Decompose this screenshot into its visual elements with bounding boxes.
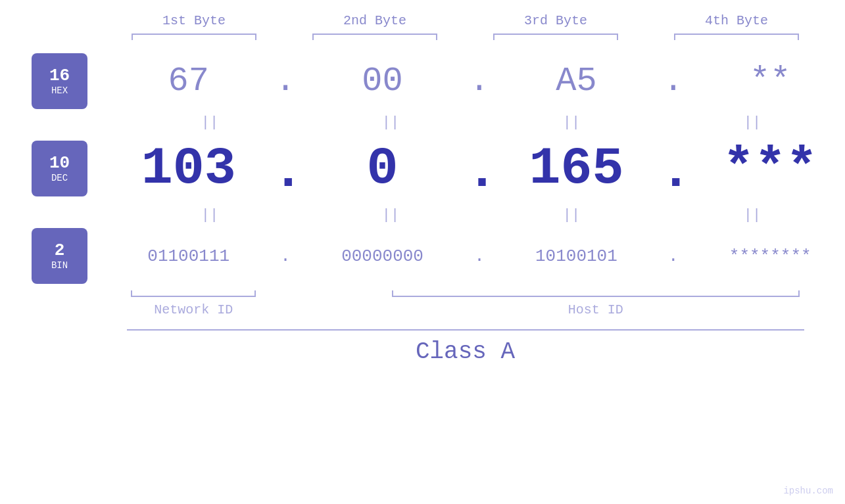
- bin-badge-text: BIN: [51, 260, 68, 271]
- hex-dot-1: .: [272, 62, 299, 101]
- dec-values: 103 . 0 . 165 . ***: [87, 135, 845, 202]
- eq1-4: ||: [687, 114, 818, 131]
- dec-val-3: 165: [510, 139, 642, 198]
- class-bracket-line: [127, 329, 804, 331]
- top-brackets: [104, 34, 827, 40]
- bracket-2: [312, 34, 437, 40]
- byte-label-4: 4th Byte: [664, 13, 809, 28]
- dec-badge: 10 DEC: [32, 141, 87, 196]
- hex-val-1: 67: [123, 62, 254, 101]
- eq2-1: ||: [144, 207, 276, 223]
- byte-headers: 1st Byte 2nd Byte 3rd Byte 4th Byte: [104, 13, 827, 28]
- eq2-2: ||: [325, 207, 456, 223]
- dec-badge-number: 10: [49, 154, 70, 173]
- eq2-4: ||: [687, 207, 818, 223]
- bin-val-4: ********: [704, 246, 836, 266]
- byte-label-1: 1st Byte: [122, 13, 266, 28]
- bracket-1: [132, 34, 256, 40]
- class-label: Class A: [416, 338, 515, 365]
- bottom-section: Network ID Host ID: [104, 290, 827, 317]
- id-labels-row: Network ID Host ID: [104, 302, 827, 317]
- eq2-3: ||: [506, 207, 637, 223]
- host-bracket: [392, 290, 800, 297]
- eq1-1: ||: [144, 114, 276, 131]
- bracket-3: [493, 34, 618, 40]
- bin-badge: 2 BIN: [32, 228, 87, 284]
- bin-val-1: 01100111: [123, 246, 254, 266]
- hex-val-3: A5: [510, 62, 642, 101]
- equals-row-1: || || || ||: [120, 109, 843, 135]
- byte-label-2: 2nd Byte: [302, 13, 447, 28]
- eq1-3: ||: [506, 114, 637, 131]
- watermark: ipshu.com: [783, 486, 833, 496]
- bracket-4: [674, 34, 799, 40]
- class-section: Class A: [127, 329, 804, 365]
- network-id-label: Network ID: [131, 302, 256, 317]
- hex-row: 16 HEX 67 . 00 . A5 . **: [0, 53, 845, 109]
- main-container: 1st Byte 2nd Byte 3rd Byte 4th Byte 16 H…: [0, 0, 845, 504]
- hex-val-2: 00: [317, 62, 448, 101]
- host-id-label: Host ID: [392, 302, 800, 317]
- label-gap: [310, 302, 337, 317]
- dec-val-4: ***: [704, 139, 836, 198]
- hex-dot-3: .: [660, 62, 687, 101]
- bin-val-2: 00000000: [317, 246, 448, 266]
- dec-dot-2: .: [466, 142, 493, 202]
- dec-badge-text: DEC: [51, 173, 68, 183]
- byte-label-3: 3rd Byte: [483, 13, 628, 28]
- dec-dot-1: .: [272, 142, 299, 202]
- bin-dot-1: .: [272, 246, 299, 266]
- bin-dot-2: .: [466, 246, 493, 266]
- bottom-brackets: [104, 290, 827, 297]
- dec-dot-3: .: [660, 142, 687, 202]
- eq1-2: ||: [325, 114, 456, 131]
- dec-val-2: 0: [317, 139, 448, 198]
- bin-row: 2 BIN 01100111 . 00000000 . 10100101 . *…: [0, 228, 845, 284]
- bracket-gap: [310, 290, 337, 297]
- equals-row-2: || || || ||: [120, 202, 843, 228]
- hex-badge: 16 HEX: [32, 53, 87, 109]
- bin-val-3: 10100101: [510, 246, 642, 266]
- hex-val-4: **: [704, 62, 836, 101]
- hex-values: 67 . 00 . A5 . **: [87, 62, 845, 101]
- hex-badge-number: 16: [49, 66, 70, 85]
- bin-badge-number: 2: [55, 241, 65, 260]
- bin-values: 01100111 . 00000000 . 10100101 . *******…: [87, 246, 845, 266]
- hex-dot-2: .: [466, 62, 493, 101]
- dec-val-1: 103: [123, 139, 254, 198]
- dec-row: 10 DEC 103 . 0 . 165 . ***: [0, 135, 845, 202]
- network-bracket: [131, 290, 256, 297]
- bin-dot-3: .: [660, 246, 687, 266]
- hex-badge-text: HEX: [51, 85, 68, 96]
